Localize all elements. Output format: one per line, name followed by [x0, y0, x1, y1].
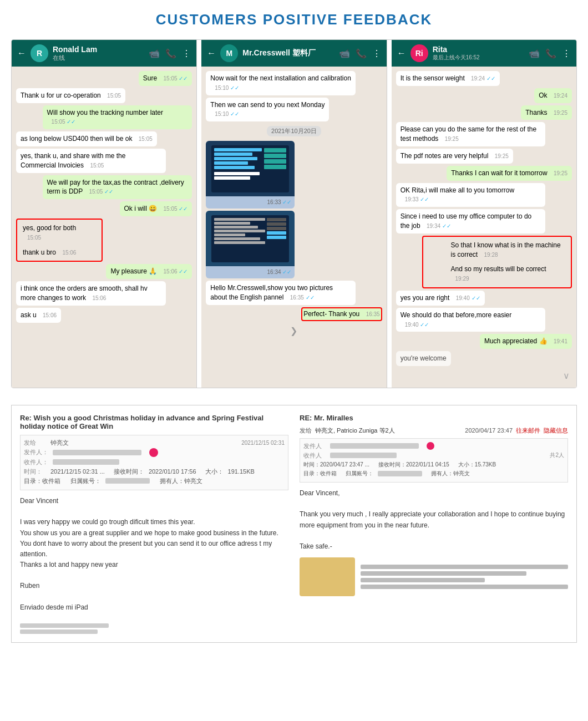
email-left: Re: Wish you a good Christmas holiday in…: [20, 414, 288, 634]
email-date-sent-1: 2021/12/15 02:31: [241, 440, 285, 446]
more-icon-2[interactable]: ⋮: [372, 48, 381, 59]
list-item: yes you are right 19:40 ✓✓: [396, 291, 485, 306]
blur-line-2: [361, 571, 526, 576]
list-item: So that I know what is in the machine is…: [447, 238, 570, 262]
contact-info-2: Mr.Cresswell 塑料厂: [242, 48, 334, 58]
blur-line-1: [361, 565, 568, 569]
list-item: My pleasure 🙏 15:06 ✓✓: [106, 264, 192, 279]
more-icon-3[interactable]: ⋮: [562, 48, 571, 59]
list-item: ask u 15:06: [16, 308, 61, 323]
email-sender-names-2: 钟亮文, Patricio Zuniga 等2人: [315, 426, 395, 435]
list-item: Thanks I can wait for it tomorrow 19:25: [447, 166, 572, 181]
list-item: yes, thank u, and share with me the Comm…: [16, 149, 166, 173]
highlight-box-1: yes, good for both 15:05 thank u bro 15:…: [16, 219, 103, 262]
chat-panel-1: ← R Ronald Lam 在线 📹 📞 ⋮ Sure 15:05 ✓✓: [12, 40, 197, 388]
list-item: Sure 15:05 ✓✓: [139, 71, 192, 86]
list-item: We will pay for the tax,as the contract …: [43, 175, 192, 200]
back-icon[interactable]: ←: [17, 48, 26, 58]
back-icon-2[interactable]: ←: [207, 48, 216, 58]
email-subject-2: RE: Mr. Miralles: [300, 414, 568, 422]
email-footer-blurred: [20, 623, 288, 634]
table-row: ask u 15:06: [16, 308, 192, 323]
email-sender-1: 钟亮文: [50, 439, 237, 447]
email-section: Re: Wish you a good Christmas holiday in…: [11, 405, 577, 643]
table-row: 发件人: [303, 442, 564, 450]
contact-info-1: Ronald Lam 在线: [53, 45, 144, 62]
email-body-1: Dear Vincent I was very happy we could g…: [20, 496, 288, 634]
contact-info-3: Rita 最后上线今天16:52: [433, 45, 524, 62]
table-row: 目录：收件箱 归属账号： 拥有人：钟亮文: [303, 470, 564, 478]
table-row: 16:34 ✓✓: [206, 211, 382, 278]
chat-container: ← R Ronald Lam 在线 📹 📞 ⋮ Sure 15:05 ✓✓: [11, 39, 577, 388]
chat-body-1: Sure 15:05 ✓✓ Thank u for ur co-operatio…: [12, 67, 196, 388]
back-icon-3[interactable]: ←: [397, 48, 406, 58]
chat-body-3: It is the sensor weight 19:24 ✓✓ Ok 19:2…: [392, 67, 576, 388]
email-account-blurred-1: [105, 478, 150, 484]
table-row: Ok 19:24: [396, 88, 572, 103]
chat-image-1: 16:33 ✓✓: [206, 141, 295, 209]
table-row: 目录：收件箱 归属账号： 拥有人：钟亮文: [24, 477, 285, 485]
blur-line-4: [361, 585, 568, 589]
table-row: i think once the orders are smooth, shal…: [16, 281, 192, 306]
date-separator: 2021年10月20日: [267, 126, 321, 136]
video-call-icon-3[interactable]: 📹: [529, 48, 540, 59]
table-row: Now wait for the next installation and c…: [206, 71, 382, 95]
email-greeting-1: Dear Vincent: [20, 496, 288, 506]
email-recv-1: 2022/01/10 17:56: [149, 468, 196, 475]
table-row: 发给 钟亮文 2021/12/15 02:31: [24, 439, 285, 447]
table-row: Sure 15:05 ✓✓: [16, 71, 192, 86]
email-body-2: Dear Vincent, Thank you very much , I re…: [300, 488, 568, 552]
list-item: Since i need to use my office computer t…: [396, 209, 546, 233]
chat-body-2: Now wait for the next installation and c…: [201, 67, 386, 388]
video-call-icon-1[interactable]: 📹: [149, 48, 160, 59]
table-row: We will pay for the tax,as the contract …: [16, 175, 192, 200]
email-text-blur: [361, 557, 568, 596]
phone-icon-3[interactable]: 📞: [545, 48, 556, 59]
email-type-link-2[interactable]: 往来邮件: [516, 426, 540, 435]
email-signature-1: Ruben: [20, 581, 288, 591]
list-item: thank u bro 15:06: [18, 245, 80, 260]
list-item: Ok i will 😀 15:05 ✓✓: [120, 201, 192, 216]
email-hide-link-2[interactable]: 隐藏信息: [544, 426, 568, 435]
email-from-blurred-2: [330, 443, 419, 449]
table-row: Will show you the tracking number later …: [16, 105, 192, 130]
email-closing-2: Take safe.-: [300, 541, 568, 552]
email-right: RE: Mr. Miralles 发给 钟亮文, Patricio Zuniga…: [300, 414, 568, 634]
list-item: Much appreciated 👍 19:41: [480, 334, 572, 349]
phone-icon-2[interactable]: 📞: [356, 48, 367, 59]
list-item: Now wait for the next installation and c…: [206, 71, 356, 95]
video-call-icon-2[interactable]: 📹: [339, 48, 350, 59]
table-row: OK Rita,i will make all to you tomorrow …: [396, 183, 572, 207]
table-row: 收件人：: [24, 458, 285, 466]
contact-name-3: Rita: [433, 45, 524, 54]
email-text-2: Thank you very much , I really appreciat…: [300, 509, 568, 530]
email-count-2: 共2人: [550, 451, 564, 459]
contact-status-3: 最后上线今天16:52: [433, 54, 524, 62]
table-row: The pdf notes are very helpful 19:25: [396, 149, 572, 164]
list-item: The pdf notes are very helpful 19:25: [396, 149, 513, 164]
scroll-down-icon[interactable]: ❯: [206, 323, 382, 338]
list-item: Hello Mr.Cresswell,show you two pictures…: [206, 281, 356, 305]
list-item: Please can you do the same for the rest …: [396, 122, 546, 146]
list-item: as long below USD400 then will be ok 15:…: [16, 131, 157, 146]
table-row: you're welcome: [396, 351, 572, 366]
list-item: Perfect- Thank you 16:35: [301, 307, 382, 321]
phone-icon-1[interactable]: 📞: [165, 48, 176, 59]
chat-panel-3: ← Ri Rita 最后上线今天16:52 📹 📞 ⋮ It is the se…: [392, 40, 576, 388]
list-item: OK Rita,i will make all to you tomorrow …: [396, 183, 546, 207]
email-to-blurred-1: [53, 459, 119, 465]
table-row: Please can you do the same for the rest …: [396, 122, 572, 146]
contact-name-1: Ronald Lam: [53, 45, 144, 54]
email-postscript-1: Enviado desde mi iPad: [20, 602, 288, 613]
highlight-box-3: So that I know what is in the machine is…: [422, 236, 572, 288]
email-greeting-2: Dear Vincent,: [300, 488, 568, 499]
email-subject-1: Re: Wish you a good Christmas holiday in…: [20, 414, 288, 430]
table-row: It is the sensor weight 19:24 ✓✓: [396, 71, 572, 86]
list-item: you're welcome: [396, 351, 451, 366]
chat-panel-2: ← M Mr.Cresswell 塑料厂 📹 📞 ⋮ Now wait for …: [201, 40, 387, 388]
more-icon-1[interactable]: ⋮: [182, 48, 191, 59]
table-row: Much appreciated 👍 19:41: [396, 334, 572, 349]
list-item: yes, good for both 15:05: [18, 221, 88, 245]
chat-header-2: ← M Mr.Cresswell 塑料厂 📹 📞 ⋮: [201, 40, 386, 67]
table-row: 收件人 共2人: [303, 451, 564, 460]
